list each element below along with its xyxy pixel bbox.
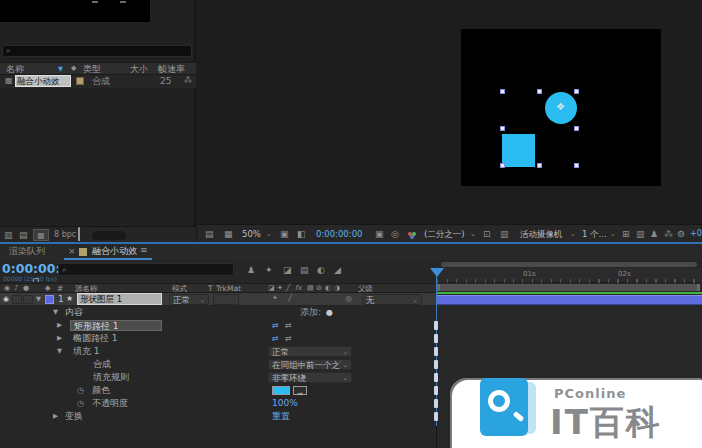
layer-mode-select[interactable]: 正常⌄ xyxy=(169,294,209,305)
label-tag-icon[interactable]: ◆ xyxy=(71,65,76,72)
adjustment-switch-icon[interactable]: ◑ xyxy=(334,285,340,292)
column-parent[interactable]: 父级 xyxy=(358,284,373,293)
property-row-opacity[interactable]: ◷ 不透明度 100% xyxy=(0,397,437,410)
property-label-selected[interactable]: 矩形路径 1 xyxy=(70,320,162,331)
column-source-name[interactable]: 源名称 xyxy=(75,284,98,293)
shy-switch-icon[interactable]: ◪ xyxy=(268,285,275,292)
bit-depth-button[interactable]: 8 bpc xyxy=(54,230,76,239)
tab-render-queue[interactable]: 渲染队列 xyxy=(9,244,45,259)
column-framerate[interactable]: 帧速率 xyxy=(158,63,185,75)
shape-square[interactable] xyxy=(502,134,535,167)
chevron-down-icon[interactable]: ⌄ xyxy=(470,231,476,238)
add-property-button[interactable]: ● xyxy=(326,309,333,317)
monitor-icon[interactable]: ▤ xyxy=(205,230,214,239)
selection-handle[interactable] xyxy=(500,89,505,94)
property-row-fill-rule[interactable]: 填充规则 非零环绕⌄ xyxy=(0,371,437,384)
color-pickwhip-button[interactable]: ⇒ xyxy=(293,386,307,395)
property-label[interactable]: 不透明度 xyxy=(92,397,128,410)
project-item-row[interactable]: ▦ 融合小动效 合成 25 ⁂ xyxy=(0,75,196,88)
layer-row[interactable]: ◉ ▼ 1 ★ 形状图层 1 正常⌄ ✦ ╱ ◎ 无⌄ xyxy=(0,293,437,306)
property-label[interactable]: 填充规则 xyxy=(93,371,129,384)
selection-handle[interactable] xyxy=(500,126,505,131)
property-row-color[interactable]: ◷ 颜色 ⇒ xyxy=(0,384,437,397)
opacity-value[interactable]: 100% xyxy=(272,397,298,410)
path-direction-icon[interactable]: ⇄ xyxy=(285,322,292,330)
selection-handle[interactable] xyxy=(574,163,579,168)
twirl-closed-icon[interactable]: ▶ xyxy=(57,332,62,345)
timeline-search-input[interactable]: ⌕ xyxy=(58,263,234,276)
work-area-bar[interactable] xyxy=(437,284,700,291)
playhead-head[interactable] xyxy=(430,268,444,277)
trkmat-cell[interactable] xyxy=(213,294,239,305)
layer-duration-bar[interactable] xyxy=(437,295,702,305)
column-name[interactable]: 名称 xyxy=(6,63,24,75)
new-folder-icon[interactable]: ▤ xyxy=(19,231,28,240)
composite-select[interactable]: 在同组中前一个之下⌄ xyxy=(268,359,352,370)
composition-canvas[interactable]: ❖ xyxy=(461,29,661,186)
fill-blend-select[interactable]: 正常⌄ xyxy=(268,346,352,357)
time-ruler[interactable]: 01s 02s xyxy=(437,268,702,283)
column-mode[interactable]: 模式 xyxy=(172,284,187,293)
transparency-grid-icon[interactable]: ◧ xyxy=(297,230,306,239)
pixel-aspect-icon[interactable]: ⊞ xyxy=(622,230,630,239)
column-t[interactable]: T xyxy=(208,284,213,293)
twirl-open-icon[interactable]: ▼ xyxy=(53,306,58,319)
network-icon[interactable]: ⁂ xyxy=(664,230,673,239)
add-property-label[interactable]: 添加: xyxy=(300,306,321,319)
layer-eye-icon[interactable]: ◉ xyxy=(3,296,9,303)
region-of-interest-icon[interactable]: ⊡ xyxy=(483,230,491,239)
timeline-jump-icon[interactable]: ▥ xyxy=(636,230,645,239)
property-label[interactable]: 椭圆路径 1 xyxy=(73,332,118,345)
close-icon[interactable]: × xyxy=(68,247,76,256)
selection-handle[interactable] xyxy=(537,89,542,94)
show-channel-icon[interactable] xyxy=(408,232,412,236)
label-tag-icon[interactable]: ◆ xyxy=(45,285,50,292)
tab-composition[interactable]: 融合小动效 xyxy=(92,244,137,259)
fx-switch-icon[interactable]: fx xyxy=(295,285,302,292)
parent-pickwhip-icon[interactable]: ◎ xyxy=(345,295,352,303)
label-color-swatch[interactable] xyxy=(76,77,84,85)
frame-blend-icon[interactable]: ▤ xyxy=(300,266,309,275)
solo-switch-cell[interactable] xyxy=(23,295,33,304)
property-row-fill[interactable]: ▼ 填充 1 正常⌄ xyxy=(0,345,437,358)
selection-handle[interactable] xyxy=(574,89,579,94)
chevron-down-icon[interactable]: ⌄ xyxy=(266,231,272,238)
camera-select[interactable]: 活动摄像机 xyxy=(520,225,563,243)
selection-handle[interactable] xyxy=(537,163,542,168)
transform-reset-link[interactable]: 重置 xyxy=(272,410,290,423)
property-label[interactable]: 变换 xyxy=(65,410,83,423)
twirl-closed-icon[interactable]: ▶ xyxy=(57,319,62,332)
new-composition-button[interactable]: ▦ xyxy=(33,229,49,241)
reset-exposure-icon[interactable]: ⚙ xyxy=(677,230,685,239)
grid-options-icon[interactable]: ▦ xyxy=(224,230,233,239)
hide-shy-icon[interactable]: ◪ xyxy=(283,266,292,275)
audio-switch-cell[interactable] xyxy=(12,295,22,304)
magnification-select[interactable]: 50% xyxy=(242,225,261,243)
column-size[interactable]: 大小 xyxy=(130,63,148,75)
view-layout-select[interactable]: 1 个… xyxy=(582,225,607,243)
exposure-value[interactable]: +0.0 xyxy=(690,225,702,243)
column-trkmat[interactable]: TrkMat xyxy=(216,284,241,293)
project-item-name[interactable]: 融合小动效 xyxy=(15,75,71,87)
comp-flowchart-icon[interactable]: ♟ xyxy=(650,230,658,239)
property-row-transform[interactable]: ▶ 变换 重置 xyxy=(0,410,437,423)
fast-previews-icon[interactable]: ▥ xyxy=(500,230,509,239)
safe-zones-icon[interactable]: ▣ xyxy=(280,230,289,239)
path-direction-icon[interactable]: ⇄ xyxy=(285,335,292,343)
show-snapshot-icon[interactable]: ◎ xyxy=(391,230,399,239)
property-label[interactable]: 颜色 xyxy=(92,384,110,397)
column-type[interactable]: 类型 xyxy=(83,63,101,75)
selection-handle[interactable] xyxy=(500,163,505,168)
project-search-input[interactable]: ⌕ xyxy=(2,45,192,57)
stopwatch-icon[interactable]: ◷ xyxy=(77,387,84,395)
sort-down-icon[interactable]: ▼ xyxy=(58,66,63,73)
property-label[interactable]: 填充 1 xyxy=(73,345,100,358)
motion-blur-icon[interactable]: ◐ xyxy=(317,266,325,275)
chevron-down-icon[interactable]: ⌄ xyxy=(610,231,616,238)
property-row-ellipse-path[interactable]: ▶ 椭圆路径 1 ⇄ ⇄ xyxy=(0,332,437,345)
frame-blend-switch-icon[interactable]: ▤ xyxy=(307,285,314,292)
stopwatch-icon[interactable]: ◷ xyxy=(77,400,84,408)
interpret-footage-icon[interactable]: ▥ xyxy=(4,231,13,240)
quality-switch-icon[interactable]: ╱ xyxy=(286,285,290,292)
timeline-h-scrollbar[interactable] xyxy=(441,262,697,267)
